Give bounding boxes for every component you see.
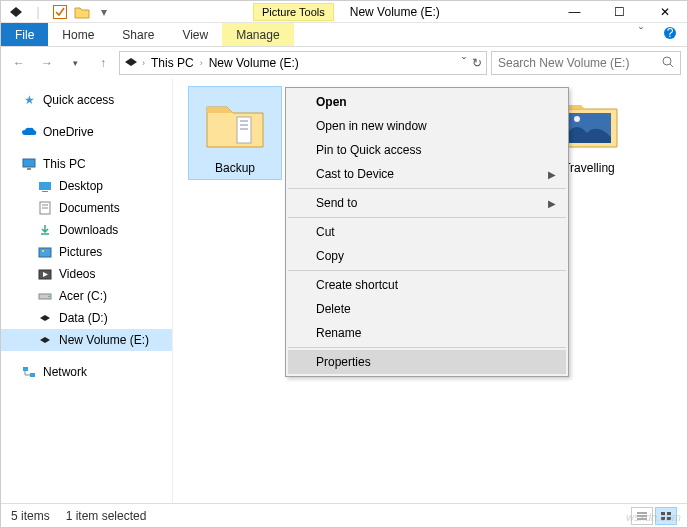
sidebar-item-label: Data (D:) — [59, 311, 108, 325]
sidebar-item-quick-access[interactable]: ★ Quick access — [1, 89, 172, 111]
breadcrumb[interactable]: New Volume (E:) — [207, 56, 301, 70]
menu-item-open[interactable]: Open — [288, 90, 566, 114]
chevron-right-icon[interactable]: › — [200, 58, 203, 68]
sidebar-item-desktop[interactable]: Desktop — [1, 175, 172, 197]
back-button[interactable]: ← — [7, 51, 31, 75]
chevron-right-icon: ▶ — [548, 198, 556, 209]
drive-icon — [37, 310, 53, 326]
home-tab[interactable]: Home — [48, 23, 108, 46]
sidebar-item-downloads[interactable]: Downloads — [1, 219, 172, 241]
folder-item[interactable]: Backup — [189, 87, 281, 179]
navigation-pane: ★ Quick access OneDrive This PC Desktop … — [1, 79, 173, 509]
menu-item-properties[interactable]: Properties — [288, 350, 566, 374]
documents-icon — [37, 200, 53, 216]
svg-rect-6 — [27, 168, 31, 170]
ribbon-expand-icon[interactable]: ˇ — [629, 23, 653, 46]
menu-separator — [288, 347, 566, 348]
menu-item-pin-quick-access[interactable]: Pin to Quick access — [288, 138, 566, 162]
menu-separator — [288, 270, 566, 271]
drive-icon — [124, 56, 138, 70]
svg-point-25 — [574, 116, 580, 122]
svg-point-14 — [42, 250, 44, 252]
status-item-count: 5 items — [11, 509, 50, 523]
svg-rect-19 — [30, 373, 35, 377]
desktop-icon — [37, 178, 53, 194]
close-button[interactable]: ✕ — [642, 1, 687, 23]
svg-text:?: ? — [667, 26, 674, 40]
folder-icon — [203, 91, 267, 155]
sidebar-item-label: Documents — [59, 201, 120, 215]
watermark: wsxdn.com — [626, 511, 681, 523]
sidebar-item-label: Quick access — [43, 93, 114, 107]
quick-access-toolbar: | ▾ — [1, 3, 113, 21]
folder-icon[interactable] — [73, 3, 91, 21]
forward-button[interactable]: → — [35, 51, 59, 75]
sidebar-item-network[interactable]: Network — [1, 361, 172, 383]
network-icon — [21, 364, 37, 380]
view-tab[interactable]: View — [168, 23, 222, 46]
context-menu: Open Open in new window Pin to Quick acc… — [285, 87, 569, 377]
refresh-icon[interactable]: ↻ — [472, 56, 482, 70]
checkbox-icon[interactable] — [51, 3, 69, 21]
menu-item-copy[interactable]: Copy — [288, 244, 566, 268]
sidebar-item-drive-c[interactable]: Acer (C:) — [1, 285, 172, 307]
menu-item-label: Send to — [316, 196, 357, 210]
menu-item-delete[interactable]: Delete — [288, 297, 566, 321]
downloads-icon — [37, 222, 53, 238]
sidebar-item-documents[interactable]: Documents — [1, 197, 172, 219]
videos-icon — [37, 266, 53, 282]
menu-item-send-to[interactable]: Send to ▶ — [288, 191, 566, 215]
drive-icon — [37, 288, 53, 304]
address-dropdown-icon[interactable]: ˇ — [462, 56, 466, 70]
svg-rect-8 — [42, 191, 48, 192]
search-input[interactable]: Search New Volume (E:) — [491, 51, 681, 75]
manage-tab[interactable]: Manage — [222, 23, 293, 46]
menu-item-rename[interactable]: Rename — [288, 321, 566, 345]
address-bar[interactable]: › This PC › New Volume (E:) ˇ ↻ — [119, 51, 487, 75]
minimize-button[interactable]: — — [552, 1, 597, 23]
menu-item-cast-to-device[interactable]: Cast to Device ▶ — [288, 162, 566, 186]
search-placeholder: Search New Volume (E:) — [498, 56, 629, 70]
share-tab[interactable]: Share — [108, 23, 168, 46]
sidebar-item-drive-e[interactable]: New Volume (E:) — [1, 329, 172, 351]
svg-point-17 — [48, 296, 50, 298]
breadcrumb[interactable]: This PC — [149, 56, 196, 70]
sidebar-item-onedrive[interactable]: OneDrive — [1, 121, 172, 143]
sidebar-item-pictures[interactable]: Pictures — [1, 241, 172, 263]
menu-item-create-shortcut[interactable]: Create shortcut — [288, 273, 566, 297]
chevron-right-icon[interactable]: › — [142, 58, 145, 68]
svg-rect-7 — [39, 182, 51, 190]
svg-line-4 — [670, 64, 673, 67]
drive-icon — [37, 332, 53, 348]
pictures-icon — [37, 244, 53, 260]
menu-separator — [288, 217, 566, 218]
sidebar-item-label: Downloads — [59, 223, 118, 237]
sidebar-item-label: This PC — [43, 157, 86, 171]
menu-item-cut[interactable]: Cut — [288, 220, 566, 244]
title-bar: | ▾ Picture Tools New Volume (E:) — ☐ ✕ — [1, 1, 687, 23]
menu-item-open-new-window[interactable]: Open in new window — [288, 114, 566, 138]
chevron-right-icon: ▶ — [548, 169, 556, 180]
file-tab[interactable]: File — [1, 23, 48, 46]
history-dropdown-icon[interactable]: ▾ — [63, 51, 87, 75]
up-button[interactable]: ↑ — [91, 51, 115, 75]
maximize-button[interactable]: ☐ — [597, 1, 642, 23]
sidebar-item-label: OneDrive — [43, 125, 94, 139]
help-icon[interactable]: ? — [653, 23, 687, 46]
sidebar-item-label: Network — [43, 365, 87, 379]
contextual-tab-label: Picture Tools — [253, 3, 334, 21]
qat-dropdown-icon[interactable]: ▾ — [95, 3, 113, 21]
svg-rect-13 — [39, 248, 51, 257]
menu-separator — [288, 188, 566, 189]
qat-divider: | — [29, 3, 47, 21]
sidebar-item-videos[interactable]: Videos — [1, 263, 172, 285]
title-middle: Picture Tools New Volume (E:) — [113, 3, 552, 21]
svg-rect-0 — [54, 5, 67, 18]
sidebar-item-drive-d[interactable]: Data (D:) — [1, 307, 172, 329]
ribbon-tabs: File Home Share View Manage ˇ ? — [1, 23, 687, 47]
svg-point-3 — [663, 57, 671, 65]
sidebar-item-this-pc[interactable]: This PC — [1, 153, 172, 175]
status-selection: 1 item selected — [66, 509, 147, 523]
sidebar-item-label: Acer (C:) — [59, 289, 107, 303]
search-icon[interactable] — [662, 56, 674, 71]
